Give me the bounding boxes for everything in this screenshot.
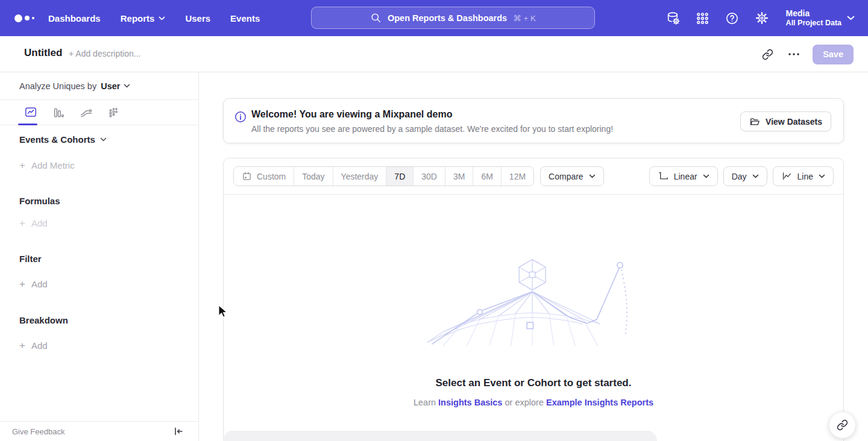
project-name: Media xyxy=(786,8,841,19)
report-actions: Save xyxy=(757,36,854,72)
empty-state-subtitle: Learn Insights Basics or explore Example… xyxy=(224,398,843,407)
plus-icon: + xyxy=(19,280,25,289)
data-management-icon[interactable] xyxy=(665,10,681,26)
interval-dropdown[interactable]: Day xyxy=(723,166,767,186)
filter-header: Filter xyxy=(19,254,42,264)
share-link-fab[interactable] xyxy=(829,411,856,439)
folder-icon xyxy=(749,116,760,127)
line-chart-icon xyxy=(781,170,793,182)
plus-icon: + xyxy=(19,161,25,170)
demo-welcome-banner: Welcome! You are viewing a Mixpanel demo… xyxy=(223,98,844,143)
date-range-3m[interactable]: 3M xyxy=(445,167,473,186)
report-header: Untitled + Add description... Save xyxy=(0,36,868,72)
empty-state: Select an Event or Cohort to get started… xyxy=(224,257,843,407)
apps-grid-icon[interactable] xyxy=(695,10,711,26)
analyze-label: Analyze Uniques by xyxy=(19,81,96,91)
compare-dropdown[interactable]: Compare xyxy=(540,166,604,186)
flow-icon xyxy=(80,106,93,119)
chart-type-dropdown[interactable]: Line xyxy=(773,166,834,186)
primary-nav: Dashboards Reports Users Events xyxy=(48,0,260,36)
insights-basics-link[interactable]: Insights Basics xyxy=(438,398,502,407)
linear-axes-icon xyxy=(658,170,669,182)
mixpanel-logo[interactable] xyxy=(14,0,34,36)
tab-bar-chart[interactable] xyxy=(45,100,72,125)
global-search[interactable]: Open Reports & Dashboards ⌘ + K xyxy=(311,7,595,29)
copy-link-button[interactable] xyxy=(757,44,778,64)
metrics-dots-icon xyxy=(107,106,121,119)
sidebar-footer: Give Feedback xyxy=(0,421,198,441)
date-range-7d[interactable]: 7D xyxy=(386,167,414,186)
date-range-12m[interactable]: 12M xyxy=(502,167,533,186)
add-description-field[interactable]: + Add description... xyxy=(69,49,140,58)
tab-metrics[interactable] xyxy=(100,100,128,125)
add-formula-button[interactable]: + Add xyxy=(19,218,48,228)
project-subtitle: All Project Data xyxy=(786,19,841,28)
chevron-down-icon xyxy=(100,137,107,142)
empty-state-title: Select an Event or Cohort to get started… xyxy=(224,377,843,389)
chevron-down-icon xyxy=(819,174,825,178)
chevron-down-icon xyxy=(752,174,759,178)
chevron-down-icon xyxy=(124,84,130,88)
collapse-icon xyxy=(173,426,184,437)
help-icon[interactable] xyxy=(725,10,740,26)
nav-dashboards[interactable]: Dashboards xyxy=(48,13,101,23)
formulas-header: Formulas xyxy=(19,196,60,206)
query-builder-sidebar: Analyze Uniques by User xyxy=(0,72,199,441)
banner-subtitle: All the reports you see are powered by a… xyxy=(251,124,613,134)
plus-icon: + xyxy=(19,341,25,350)
breakdown-header: Breakdown xyxy=(19,315,68,325)
wireframe-mountain-illustration xyxy=(419,257,648,347)
date-range-30d[interactable]: 30D xyxy=(414,167,445,186)
report-toolbar: Custom Today Yesterday 7D 30D 3M 6M 12M … xyxy=(224,158,843,195)
add-filter-button[interactable]: + Add xyxy=(19,279,48,289)
project-switcher[interactable]: Media All Project Data xyxy=(786,8,855,28)
tab-insights[interactable] xyxy=(17,100,45,125)
nav-reports[interactable]: Reports xyxy=(121,13,166,23)
analyze-row: Analyze Uniques by User xyxy=(0,72,198,100)
main-content: Welcome! You are viewing a Mixpanel demo… xyxy=(199,72,868,441)
visualization-tabs xyxy=(0,100,198,125)
info-icon xyxy=(234,111,247,123)
more-options-button[interactable] xyxy=(784,44,804,64)
search-icon xyxy=(370,12,382,23)
settings-gear-icon[interactable] xyxy=(754,10,770,26)
selected-tab-indicator xyxy=(18,124,37,125)
date-range-today[interactable]: Today xyxy=(294,167,333,186)
give-feedback-link[interactable]: Give Feedback xyxy=(12,427,64,436)
logo-dot-icon xyxy=(32,17,34,19)
view-datasets-button[interactable]: View Datasets xyxy=(740,111,831,131)
link-icon xyxy=(837,419,848,431)
date-range-6m[interactable]: 6M xyxy=(473,167,501,186)
collapse-sidebar-button[interactable] xyxy=(173,426,184,437)
scale-dropdown[interactable]: Linear xyxy=(649,166,718,186)
date-controls: Custom Today Yesterday 7D 30D 3M 6M 12M … xyxy=(233,166,604,186)
next-section-card-edge xyxy=(223,431,657,441)
search-shortcut: ⌘ + K xyxy=(513,13,536,23)
date-range-custom[interactable]: Custom xyxy=(234,167,294,186)
link-icon xyxy=(762,49,773,60)
search-placeholder: Open Reports & Dashboards xyxy=(388,13,507,23)
top-nav: Dashboards Reports Users Events Open Rep… xyxy=(0,0,868,36)
tab-flows[interactable] xyxy=(72,100,100,125)
analyze-value-dropdown[interactable]: User xyxy=(101,81,130,91)
chevron-down-icon xyxy=(159,16,165,20)
nav-users[interactable]: Users xyxy=(185,13,210,23)
date-range-yesterday[interactable]: Yesterday xyxy=(333,167,387,186)
nav-events[interactable]: Events xyxy=(230,13,260,23)
chart-controls: Linear Day Line xyxy=(649,166,834,186)
example-insights-reports-link[interactable]: Example Insights Reports xyxy=(546,398,653,407)
insights-report-panel: Custom Today Yesterday 7D 30D 3M 6M 12M … xyxy=(223,158,844,441)
calendar-icon xyxy=(242,171,252,181)
plus-icon: + xyxy=(19,219,25,228)
events-cohorts-header[interactable]: Events & Cohorts xyxy=(19,134,107,145)
chevron-down-icon xyxy=(703,174,709,178)
logo-dot-icon xyxy=(25,16,30,20)
report-title[interactable]: Untitled xyxy=(24,47,62,59)
chevron-down-icon xyxy=(589,174,596,178)
banner-title: Welcome! You are viewing a Mixpanel demo xyxy=(251,109,452,120)
logo-dot-icon xyxy=(14,14,22,22)
add-metric-button[interactable]: + Add Metric xyxy=(19,160,75,170)
save-button[interactable]: Save xyxy=(813,45,854,64)
add-breakdown-button[interactable]: + Add xyxy=(19,340,48,351)
ellipsis-icon xyxy=(788,53,799,55)
